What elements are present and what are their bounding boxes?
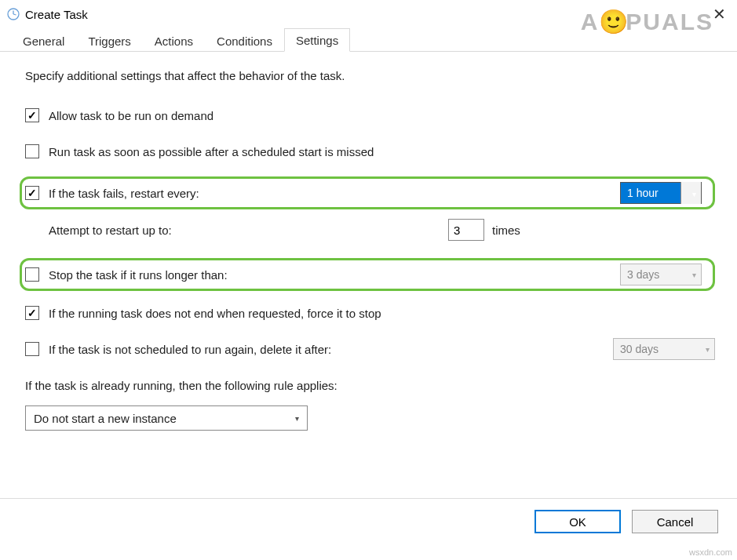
button-bar: OK Cancel: [0, 498, 737, 544]
combo-restart-value: 1 hour: [627, 187, 676, 199]
row-attempt: Attempt to restart up to: times: [25, 219, 715, 241]
label-allow-on-demand: Allow task to be run on demand: [49, 109, 213, 122]
settings-description: Specify additional settings that affect …: [25, 69, 715, 82]
combo-delete-after[interactable]: 30 days ▾: [613, 338, 715, 360]
tab-settings[interactable]: Settings: [284, 28, 350, 52]
label-delete-after: If the task is not scheduled to run agai…: [49, 343, 331, 356]
clock-icon: [6, 7, 20, 21]
label-rule-intro: If the task is already running, then the…: [25, 379, 337, 392]
ok-button[interactable]: OK: [535, 510, 621, 533]
close-icon[interactable]: ✕: [708, 6, 731, 22]
label-run-asap: Run task as soon as possible after a sch…: [49, 145, 374, 158]
titlebar: Create Task ✕: [0, 0, 737, 27]
highlight-stop-longer: Stop the task if it runs longer than: 3 …: [20, 258, 715, 291]
tabbar: General Triggers Actions Conditions Sett…: [0, 27, 737, 52]
row-run-asap: Run task as soon as possible after a sch…: [25, 140, 715, 162]
tab-general[interactable]: General: [11, 29, 76, 52]
row-delete-after: If the task is not scheduled to run agai…: [25, 338, 715, 360]
combo-delete-value: 30 days: [620, 343, 699, 355]
label-restart: If the task fails, restart every:: [49, 187, 199, 200]
tab-triggers[interactable]: Triggers: [76, 29, 142, 52]
checkbox-allow-on-demand[interactable]: [25, 108, 39, 122]
combo-stop-duration[interactable]: 3 days ▾: [620, 264, 702, 285]
highlight-restart: If the task fails, restart every: 1 hour…: [20, 176, 715, 209]
chevron-down-icon: ▾: [295, 414, 299, 423]
tab-actions[interactable]: Actions: [143, 29, 205, 52]
combo-stop-value: 3 days: [627, 268, 686, 281]
label-stop-longer: Stop the task if it runs longer than:: [49, 268, 228, 282]
chevron-down-icon: ▾: [706, 345, 710, 354]
window-title: Create Task: [25, 8, 708, 21]
combo-rule-value: Do not start a new instance: [34, 412, 177, 425]
tab-conditions[interactable]: Conditions: [205, 29, 284, 52]
combo-restart-interval[interactable]: 1 hour ▾: [620, 182, 702, 204]
row-rule-intro: If the task is already running, then the…: [25, 374, 715, 396]
checkbox-stop-longer[interactable]: [25, 267, 39, 282]
chevron-down-icon: ▾: [692, 190, 696, 198]
input-attempt-count[interactable]: [448, 219, 484, 241]
checkbox-run-asap[interactable]: [25, 144, 39, 158]
combo-running-rule[interactable]: Do not start a new instance ▾: [25, 405, 308, 431]
label-attempt-suffix: times: [492, 224, 542, 237]
label-attempt: Attempt to restart up to:: [49, 224, 172, 237]
checkbox-delete-after[interactable]: [25, 342, 39, 356]
row-force-stop: If the running task does not end when re…: [25, 302, 715, 324]
checkbox-force-stop[interactable]: [25, 306, 39, 320]
label-force-stop: If the running task does not end when re…: [49, 307, 381, 320]
settings-panel: Specify additional settings that affect …: [0, 52, 737, 445]
chevron-down-icon: ▾: [692, 271, 696, 279]
cancel-button[interactable]: Cancel: [632, 510, 718, 533]
row-allow-on-demand: Allow task to be run on demand: [25, 104, 715, 126]
url-watermark: wsxdn.com: [689, 547, 732, 557]
svg-line-2: [13, 14, 16, 15]
checkbox-restart[interactable]: [25, 186, 39, 200]
